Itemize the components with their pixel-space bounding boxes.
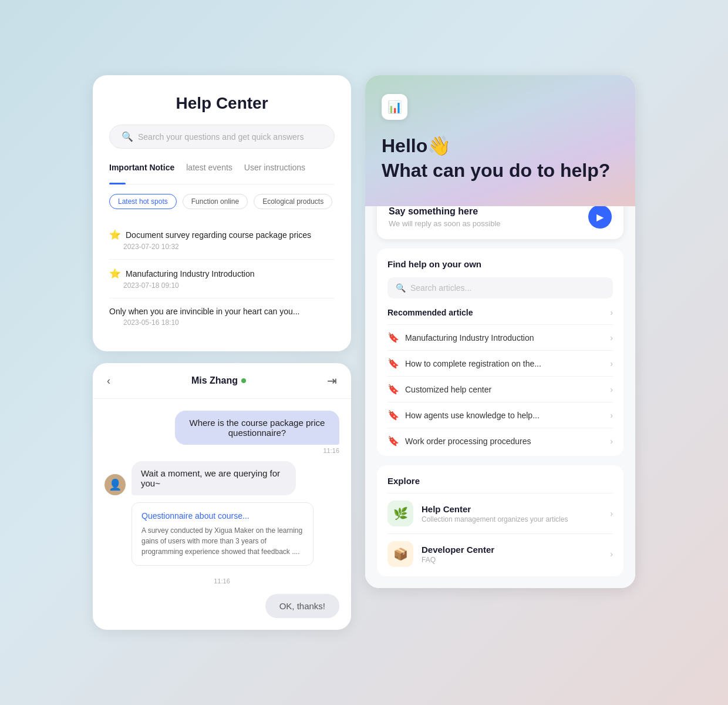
list-item[interactable]: ⭐ Document survey regarding course packa… xyxy=(109,221,335,260)
say-text-col: Say something here We will reply as soon… xyxy=(389,206,501,228)
help-center-icon-box: 🌿 xyxy=(387,501,413,526)
agent-message-bubble: Wait a moment, we are querying for you~ xyxy=(132,461,296,495)
send-arrow-icon: ▶ xyxy=(596,212,604,223)
widget-card: 📊 Hello👋 What can you do to help? Say so… xyxy=(365,75,635,588)
card-time: 11:16 xyxy=(105,578,339,585)
avatar: 👤 xyxy=(105,474,126,495)
back-button[interactable]: ‹ xyxy=(107,375,110,387)
articles-search-bar[interactable]: 🔍 Search articles... xyxy=(387,277,613,298)
widget-greeting: Hello👋 What can you do to help? xyxy=(382,134,619,183)
star-icon: ⭐ xyxy=(109,268,121,279)
say-subtitle: We will reply as soon as possible xyxy=(389,219,501,228)
article-item-left: 🔖 How agents use knowledge to help... xyxy=(387,409,540,421)
star-icon: ⭐ xyxy=(109,229,121,240)
list-item[interactable]: 🔖 Work order processing procedures › xyxy=(387,428,613,454)
list-item[interactable]: 🔖 How agents use knowledge to help... › xyxy=(387,402,613,428)
notice-date: 2023-07-18 09:10 xyxy=(123,281,335,290)
help-center-card: Help Center 🔍 Search your questions and … xyxy=(93,75,351,351)
list-item[interactable]: 🌿 Help Center Collection management orga… xyxy=(387,493,613,533)
developer-center-icon-box: 📦 xyxy=(387,541,413,567)
article-title: How agents use knowledge to help... xyxy=(405,411,540,420)
tab-important-notice[interactable]: Important Notice xyxy=(109,163,174,177)
card-link-title: Questionnaire about course... xyxy=(141,511,304,521)
bookmark-icon: 🔖 xyxy=(387,332,399,343)
widget-logo: 📊 xyxy=(382,94,407,120)
help-center-title: Help Center xyxy=(109,94,335,113)
explore-item-desc: FAQ xyxy=(422,556,602,564)
article-item-left: 🔖 How to complete registration on the... xyxy=(387,358,541,369)
chevron-right-icon: › xyxy=(610,549,613,559)
list-item[interactable]: 📦 Developer Center FAQ › xyxy=(387,533,613,574)
chat-header: ‹ Mis Zhang ⇥ xyxy=(93,363,351,399)
notice-title: Only when you are invincible in your hea… xyxy=(109,307,300,316)
recommended-row: Recommended article › xyxy=(387,308,613,317)
agent-name-row: Mis Zhang xyxy=(191,375,246,386)
bookmark-icon: 🔖 xyxy=(387,358,399,369)
explore-item-desc: Collection management organizes your art… xyxy=(422,515,602,523)
article-item-left: 🔖 Customized help center xyxy=(387,384,491,395)
article-card-link[interactable]: Questionnaire about course... A survey c… xyxy=(132,502,314,566)
box-icon: 📦 xyxy=(393,547,408,561)
reply-row: OK, thanks! xyxy=(93,594,351,630)
article-title: Manufacturing Industry Introduction xyxy=(405,333,534,343)
notice-date: 2023-05-16 18:10 xyxy=(123,318,335,327)
filter-ecological-products[interactable]: Ecological products xyxy=(254,194,332,209)
user-message-bubble: Where is the course package price questi… xyxy=(175,411,339,445)
tab-user-instructions[interactable]: User instructions xyxy=(244,163,305,177)
send-button[interactable]: ▶ xyxy=(588,205,612,229)
user-message-group: Where is the course package price questi… xyxy=(175,411,339,454)
chevron-right-icon: › xyxy=(610,437,613,446)
search-placeholder: Search your questions and get quick answ… xyxy=(138,132,304,142)
find-help-section: Find help on your own 🔍 Search articles.… xyxy=(377,249,623,456)
articles-search-placeholder: Search articles... xyxy=(410,283,471,293)
article-item-left: 🔖 Manufacturing Industry Introduction xyxy=(387,332,534,343)
list-item[interactable]: Only when you are invincible in your hea… xyxy=(109,298,335,335)
leaf-icon: 🌿 xyxy=(393,506,408,521)
left-column: Help Center 🔍 Search your questions and … xyxy=(93,75,351,630)
article-title: Customized help center xyxy=(405,385,491,394)
tabs-row: Important Notice latest events User inst… xyxy=(109,163,335,184)
widget-body: Say something here We will reply as soon… xyxy=(365,194,635,588)
notice-date: 2023-07-20 10:32 xyxy=(123,243,335,251)
message-time: 11:16 xyxy=(175,447,339,454)
agent-message-group: 👤 Wait a moment, we are querying for you… xyxy=(105,461,339,495)
explore-section: Explore 🌿 Help Center Collection managem… xyxy=(377,465,623,576)
reply-bubble[interactable]: OK, thanks! xyxy=(265,594,339,618)
greeting-line1: Hello👋 xyxy=(382,135,451,156)
chat-card: ‹ Mis Zhang ⇥ Where is the course packag… xyxy=(93,363,351,630)
article-title: How to complete registration on the... xyxy=(405,359,541,368)
explore-item-text: Help Center Collection management organi… xyxy=(422,504,602,523)
notice-title: Document survey regarding course package… xyxy=(126,230,311,240)
explore-item-name: Help Center xyxy=(422,504,602,514)
list-item[interactable]: 🔖 Customized help center › xyxy=(387,376,613,402)
help-search-bar[interactable]: 🔍 Search your questions and get quick an… xyxy=(109,125,335,149)
notice-title: Manufacturing Industry Introduction xyxy=(126,269,254,278)
explore-item-text: Developer Center FAQ xyxy=(422,545,602,564)
list-item[interactable]: 🔖 How to complete registration on the...… xyxy=(387,350,613,376)
logo-icon: 📊 xyxy=(387,100,402,114)
search-icon: 🔍 xyxy=(122,131,133,142)
filter-latest-hot-spots[interactable]: Latest hot spots xyxy=(109,194,177,209)
chevron-right-icon: › xyxy=(610,333,613,343)
articles-search-icon: 🔍 xyxy=(396,283,406,293)
list-item[interactable]: ⭐ Manufacturing Industry Introduction 20… xyxy=(109,260,335,298)
widget-header: 📊 Hello👋 What can you do to help? xyxy=(365,75,635,206)
list-item[interactable]: 🔖 Manufacturing Industry Introduction › xyxy=(387,324,613,350)
chevron-right-icon: › xyxy=(610,359,613,368)
chat-messages: Where is the course package price questi… xyxy=(93,399,351,594)
find-help-title: Find help on your own xyxy=(387,259,613,269)
bookmark-icon: 🔖 xyxy=(387,384,399,395)
article-title: Work order processing procedures xyxy=(405,437,531,446)
agent-name: Mis Zhang xyxy=(191,375,238,386)
explore-title: Explore xyxy=(387,476,613,486)
right-column: 📊 Hello👋 What can you do to help? Say so… xyxy=(365,75,635,588)
notice-list: ⭐ Document survey regarding course packa… xyxy=(109,221,335,335)
greeting-line2: What can you do to help? xyxy=(382,160,610,181)
chevron-right-icon: › xyxy=(610,385,613,394)
chevron-right-icon: › xyxy=(610,308,613,317)
filter-function-online[interactable]: Function online xyxy=(183,194,248,209)
logout-button[interactable]: ⇥ xyxy=(327,374,337,388)
bookmark-icon: 🔖 xyxy=(387,409,399,421)
chevron-right-icon: › xyxy=(610,411,613,420)
tab-latest-events[interactable]: latest events xyxy=(186,163,232,177)
